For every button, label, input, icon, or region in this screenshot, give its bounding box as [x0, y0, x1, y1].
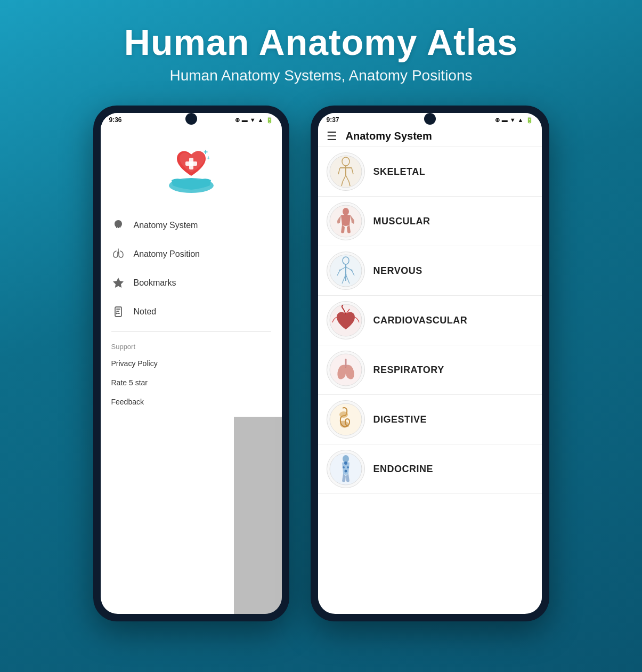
page-title: Human Anatomy Atlas — [124, 21, 518, 63]
left-phone: 9:36 ⊕ ▬ ▼ ▲ 🔋 — [93, 106, 289, 621]
system-item-endocrine[interactable]: ENDOCRINE — [318, 444, 542, 494]
noted-label: Noted — [134, 307, 157, 317]
cardiovascular-name: CARDIOVASCULAR — [373, 315, 468, 326]
system-item-respiratory[interactable]: RESPIRATORY — [318, 345, 542, 395]
r-battery-icon: ▬ — [502, 117, 508, 123]
clipboard-icon — [111, 305, 125, 319]
svg-point-32 — [345, 274, 346, 276]
right-status-time: 9:37 — [327, 116, 339, 124]
nervous-thumb — [327, 252, 365, 290]
left-status-icons: ⊕ ▬ ▼ ▲ 🔋 — [235, 117, 273, 124]
svg-point-29 — [339, 270, 340, 271]
svg-point-5 — [117, 222, 120, 225]
skeletal-thumb — [327, 152, 365, 191]
endocrine-thumb — [327, 450, 365, 488]
drawer-item-bookmarks[interactable]: Bookmarks — [101, 269, 282, 297]
svg-point-37 — [339, 411, 348, 418]
brain-icon — [111, 218, 125, 232]
support-section-title: Support — [101, 337, 282, 354]
feedback-link[interactable]: Feedback — [101, 392, 282, 411]
drawer-divider — [111, 331, 271, 332]
respiratory-name: RESPIRATORY — [373, 365, 444, 376]
r-wifi-icon: ▼ — [510, 117, 516, 123]
svg-point-30 — [351, 270, 352, 271]
page-subtitle: Human Anatomy Systems, Anatomy Positions — [124, 67, 518, 84]
phones-container: 9:36 ⊕ ▬ ▼ ▲ 🔋 — [61, 106, 581, 621]
page-header: Human Anatomy Atlas Human Anatomy System… — [124, 0, 518, 100]
right-phone-screen: 9:37 ⊕ ▬ ▼ ▲ 🔋 ☰ Anatomy System — [318, 113, 542, 614]
muscular-name: MUSCULAR — [373, 216, 430, 227]
app-logo-svg: + + — [162, 142, 221, 195]
svg-point-31 — [345, 266, 346, 268]
svg-point-40 — [344, 462, 347, 465]
drawer-item-noted[interactable]: Noted — [101, 297, 282, 326]
left-status-time: 9:36 — [109, 116, 122, 124]
svg-rect-6 — [115, 307, 121, 317]
svg-point-7 — [116, 313, 117, 314]
svg-point-41 — [343, 466, 345, 468]
nervous-name: NERVOUS — [373, 265, 422, 277]
hamburger-menu-button[interactable]: ☰ — [327, 131, 337, 142]
r-settings-icon: ⊕ — [495, 117, 500, 124]
svg-point-42 — [347, 466, 349, 468]
respiratory-thumb — [327, 351, 365, 389]
system-item-skeletal[interactable]: SKELETAL — [318, 147, 542, 197]
digestive-name: DIGESTIVE — [373, 414, 427, 425]
cardiovascular-thumb — [327, 301, 365, 339]
battery-icon: ▬ — [242, 117, 248, 123]
drawer-content: + + Anatomy System — [101, 126, 282, 417]
right-app-bar-title: Anatomy System — [346, 130, 432, 142]
right-phone: 9:37 ⊕ ▬ ▼ ▲ 🔋 ☰ Anatomy System — [311, 106, 549, 621]
svg-text:+: + — [207, 155, 210, 161]
bookmarks-label: Bookmarks — [134, 278, 176, 288]
right-notch — [424, 113, 436, 125]
star-icon — [111, 276, 125, 290]
anatomy-system-list: SKELETAL — [318, 147, 542, 601]
svg-point-43 — [344, 470, 347, 473]
svg-point-39 — [343, 455, 349, 463]
settings-icon: ⊕ — [235, 117, 240, 124]
battery2-icon: 🔋 — [266, 117, 273, 124]
anatomy-position-label: Anatomy Position — [134, 249, 200, 259]
anatomy-system-label: Anatomy System — [134, 221, 198, 230]
drawer-item-anatomy-position[interactable]: Anatomy Position — [101, 240, 282, 269]
system-item-nervous[interactable]: NERVOUS — [318, 246, 542, 296]
svg-rect-2 — [185, 161, 197, 166]
rate-link[interactable]: Rate 5 star — [101, 373, 282, 392]
svg-rect-35 — [345, 359, 346, 367]
drawer-item-anatomy-system[interactable]: Anatomy System — [101, 211, 282, 240]
r-signal-icon: ▲ — [518, 117, 524, 123]
privacy-policy-link[interactable]: Privacy Policy — [101, 354, 282, 373]
lungs-icon — [111, 247, 125, 261]
skeletal-name: SKELETAL — [373, 166, 426, 177]
muscular-thumb — [327, 202, 365, 240]
r-battery2-icon: 🔋 — [526, 117, 533, 124]
signal-icon: ▲ — [258, 117, 264, 123]
system-item-cardiovascular[interactable]: CARDIOVASCULAR — [318, 296, 542, 345]
wifi-icon: ▼ — [250, 117, 256, 123]
right-app-bar: ☰ Anatomy System — [318, 126, 542, 147]
right-status-icons: ⊕ ▬ ▼ ▲ 🔋 — [495, 117, 533, 124]
system-item-muscular[interactable]: MUSCULAR — [318, 197, 542, 246]
left-notch — [185, 113, 197, 125]
endocrine-name: ENDOCRINE — [373, 464, 434, 475]
left-phone-screen: 9:36 ⊕ ▬ ▼ ▲ 🔋 — [101, 113, 282, 614]
app-logo: + + — [101, 126, 282, 206]
svg-point-19 — [343, 208, 349, 215]
drawer-menu: Anatomy System Anatomy Position Bookmark… — [101, 206, 282, 417]
digestive-thumb — [327, 400, 365, 439]
system-item-digestive[interactable]: DIGESTIVE — [318, 395, 542, 444]
